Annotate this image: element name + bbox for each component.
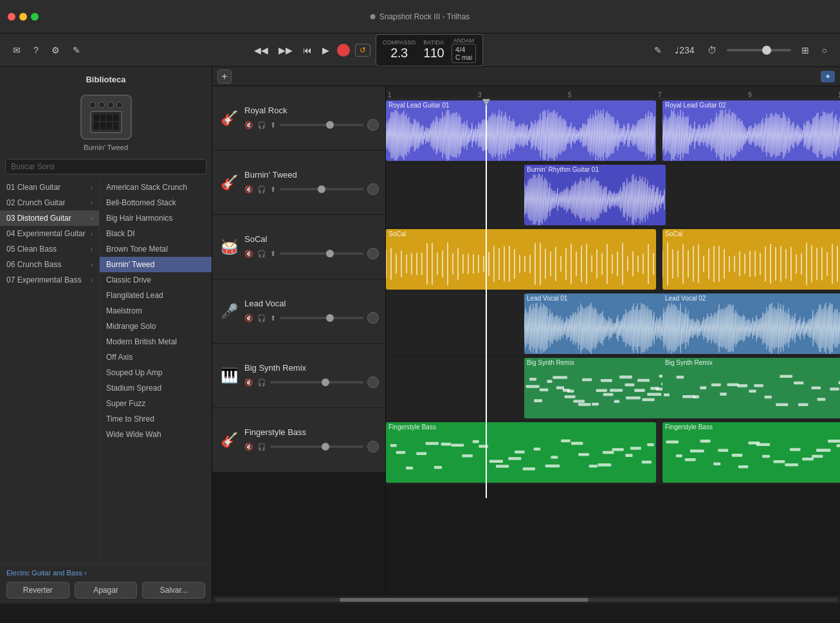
- mute-button[interactable]: 🔇: [244, 185, 253, 194]
- delete-button[interactable]: Apagar: [75, 582, 138, 599]
- clip[interactable]: Fingerstyle Bass: [662, 422, 840, 483]
- sidebar-preset-item[interactable]: Stadium Spread: [100, 380, 212, 396]
- sidebar-preset-item[interactable]: Time to Shred: [100, 411, 212, 427]
- breadcrumb[interactable]: Electric Guitar and Bass ›: [6, 569, 205, 577]
- library-button[interactable]: ⊞: [799, 44, 812, 57]
- sidebar-preset-item[interactable]: Midrange Solo: [100, 319, 212, 334]
- rewind-button[interactable]: ◀◀: [251, 44, 271, 57]
- clip[interactable]: Fingerstyle Bass: [386, 422, 656, 483]
- save-button[interactable]: Salvar...: [142, 582, 205, 599]
- settings-button[interactable]: ⚙: [49, 44, 62, 57]
- clip[interactable]: SoCal: [386, 229, 656, 290]
- sidebar-category-item[interactable]: 01 Clean Guitar›: [0, 180, 99, 195]
- amp-hole: [113, 115, 118, 122]
- scrollbar-thumb[interactable]: [340, 598, 589, 602]
- sidebar-preset-item[interactable]: American Stack Crunch: [100, 180, 212, 195]
- track-volume-thumb[interactable]: [326, 314, 334, 322]
- mute-button[interactable]: 🔇: [244, 378, 253, 387]
- sidebar-preset-item[interactable]: Flangilated Lead: [100, 288, 212, 303]
- close-button[interactable]: [8, 13, 15, 21]
- sidebar-category-item[interactable]: 05 Clean Bass›: [0, 241, 99, 257]
- sidebar-category-item[interactable]: 04 Experimental Guitar›: [0, 226, 99, 241]
- headphone-button[interactable]: 🎧: [257, 121, 266, 129]
- mute-button[interactable]: 🔇: [244, 250, 253, 258]
- sidebar-preset-item[interactable]: Wide Wide Wah: [100, 427, 212, 442]
- midi-button[interactable]: ⬆: [270, 250, 276, 258]
- headphone-button[interactable]: 🎧: [257, 185, 266, 194]
- track-volume-thumb[interactable]: [322, 378, 329, 386]
- metronome-button[interactable]: ⏱: [705, 44, 719, 57]
- headphone-button[interactable]: 🎧: [257, 443, 266, 451]
- sidebar-preset-item[interactable]: Souped Up Amp: [100, 365, 212, 380]
- track-pan-knob[interactable]: [367, 312, 379, 324]
- sidebar-preset-item[interactable]: Burnin' Tweed: [100, 257, 212, 272]
- clip[interactable]: SoCal: [662, 229, 840, 290]
- clip[interactable]: Big Synth Remix: [662, 358, 840, 418]
- track-volume-thumb[interactable]: [326, 121, 334, 129]
- track-volume-slider[interactable]: [270, 445, 363, 448]
- editor-button[interactable]: ○: [819, 44, 830, 57]
- sidebar-category-item[interactable]: 07 Experimental Bass›: [0, 272, 99, 288]
- time-sig-button[interactable]: 4/4 C mai: [452, 44, 476, 63]
- track-pan-knob[interactable]: [367, 183, 379, 195]
- clip[interactable]: Royal Lead Guitar 01: [386, 100, 656, 161]
- master-volume-thumb[interactable]: [762, 46, 771, 55]
- minimize-button[interactable]: [19, 13, 27, 21]
- search-input[interactable]: [5, 159, 206, 174]
- clip[interactable]: Big Synth Remix: [524, 358, 666, 418]
- clip[interactable]: Royal Lead Guitar 02: [662, 100, 840, 161]
- track-volume-slider[interactable]: [270, 381, 363, 384]
- score-button[interactable]: ♩234: [672, 44, 697, 57]
- headphone-button[interactable]: 🎧: [257, 378, 266, 387]
- maximize-button[interactable]: [31, 13, 39, 21]
- midi-button[interactable]: ⬆: [270, 121, 276, 129]
- track-pan-knob[interactable]: [367, 441, 379, 452]
- master-volume-slider[interactable]: [727, 49, 791, 51]
- track-volume-slider[interactable]: [280, 188, 363, 191]
- sidebar-preset-item[interactable]: Bell-Bottomed Stack: [100, 195, 212, 210]
- track-volume-slider[interactable]: [280, 252, 363, 255]
- sidebar-category-item[interactable]: 06 Crunch Bass›: [0, 257, 99, 272]
- sidebar-preset-item[interactable]: Super Fuzz: [100, 396, 212, 411]
- loop-button[interactable]: ↺: [355, 44, 370, 57]
- track-volume-thumb[interactable]: [326, 250, 334, 257]
- sidebar-preset-item[interactable]: Off Axis: [100, 349, 212, 365]
- track-volume-thumb[interactable]: [318, 185, 325, 193]
- pencil-button[interactable]: ✎: [70, 44, 83, 57]
- track-pan-knob[interactable]: [367, 377, 379, 388]
- skip-back-button[interactable]: ⏮: [300, 44, 315, 57]
- revert-button[interactable]: Reverter: [6, 582, 69, 599]
- track-pan-knob[interactable]: [367, 119, 379, 131]
- inbox-button[interactable]: ✉: [10, 44, 23, 57]
- track-volume-slider[interactable]: [280, 124, 363, 126]
- sidebar-preset-item[interactable]: Maelstrom: [100, 303, 212, 319]
- sidebar-category-item[interactable]: 02 Crunch Guitar›: [0, 195, 99, 210]
- clip[interactable]: Lead Vocal 02: [662, 293, 840, 354]
- record-button[interactable]: [337, 44, 350, 57]
- track-pan-knob[interactable]: [367, 248, 379, 259]
- sidebar-category-item[interactable]: 03 Distorted Guitar›: [0, 210, 99, 226]
- track-volume-thumb[interactable]: [322, 443, 329, 451]
- sidebar-preset-item[interactable]: Brown Tone Metal: [100, 241, 212, 257]
- midi-button[interactable]: ⬆: [270, 314, 276, 322]
- pencil-tool-button[interactable]: ✎: [652, 44, 664, 57]
- track-volume-slider[interactable]: [280, 317, 363, 319]
- clip[interactable]: Burnin' Rhythm Guitar 01: [524, 165, 666, 225]
- mute-button[interactable]: 🔇: [244, 443, 253, 451]
- mute-button[interactable]: 🔇: [244, 121, 253, 129]
- midi-button[interactable]: ⬆: [270, 185, 276, 194]
- help-button[interactable]: ?: [31, 44, 41, 57]
- sidebar-preset-item[interactable]: Black DI: [100, 226, 212, 241]
- smart-controls-button[interactable]: ✦: [821, 71, 835, 82]
- sidebar-preset-item[interactable]: Modern British Metal: [100, 334, 212, 349]
- sidebar-preset-item[interactable]: Big Hair Harmonics: [100, 210, 212, 226]
- headphone-button[interactable]: 🎧: [257, 250, 266, 258]
- sidebar-preset-item[interactable]: Classic Drive: [100, 272, 212, 288]
- add-track-button[interactable]: +: [217, 70, 232, 84]
- fast-forward-button[interactable]: ▶▶: [276, 44, 295, 57]
- headphone-button[interactable]: 🎧: [257, 314, 266, 322]
- mute-button[interactable]: 🔇: [244, 314, 253, 322]
- clip[interactable]: Lead Vocal 01: [524, 293, 666, 354]
- play-button[interactable]: ▶: [320, 44, 332, 57]
- timeline-area[interactable]: 1357911 Royal Lead Guitar 01 Royal Lead …: [386, 86, 840, 595]
